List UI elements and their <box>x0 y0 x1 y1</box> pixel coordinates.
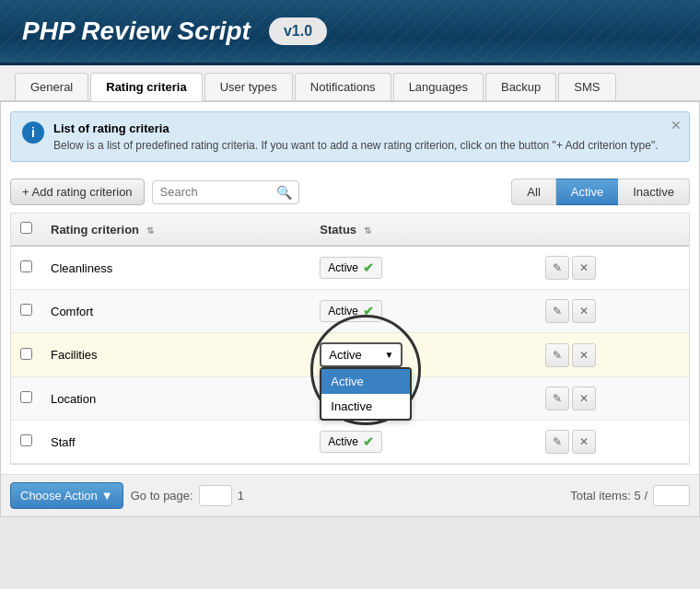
row-checkbox[interactable] <box>20 260 32 272</box>
actions-cell: ✎ ✕ <box>536 377 689 421</box>
footer-right: Total items: 5 / 10 <box>570 485 690 506</box>
search-icon: 🔍 <box>276 185 292 200</box>
row-checkbox-cell <box>11 333 41 377</box>
status-dropdown[interactable]: Active ▼ <box>320 342 402 367</box>
criterion-name: Cleanliness <box>41 246 310 290</box>
delete-button[interactable]: ✕ <box>572 299 596 323</box>
tabs-container: General Rating criteria User types Notif… <box>0 65 700 101</box>
row-checkbox-cell <box>11 290 41 333</box>
column-rating-criterion[interactable]: Rating criterion ⇅ <box>41 214 310 246</box>
status-badge: Active ✔ <box>320 300 382 322</box>
row-checkbox[interactable] <box>20 391 32 403</box>
tab-languages[interactable]: Languages <box>393 73 484 100</box>
footer: Choose Action ▼ Go to page: 1 1 Total it… <box>1 474 699 516</box>
toolbar: + Add rating criterion 🔍 All Active Inac… <box>1 171 699 213</box>
search-input[interactable] <box>160 185 271 199</box>
actions-cell: ✎ ✕ <box>536 290 689 333</box>
info-title: List of rating criteria <box>53 121 659 135</box>
table-header-row: Rating criterion ⇅ Status ⇅ <box>11 214 689 246</box>
table-row: Cleanliness Active ✔ ✎ ✕ <box>11 246 689 290</box>
filter-buttons: All Active Inactive <box>511 179 690 205</box>
actions-cell: ✎ ✕ <box>536 333 689 377</box>
row-checkbox-cell <box>11 246 41 290</box>
info-description: Below is a list of predefined rating cri… <box>53 139 659 152</box>
status-cell-dropdown: Active ▼ Active Inactive <box>310 333 535 377</box>
check-icon: ✔ <box>363 260 374 275</box>
criterion-name: Comfort <box>41 290 310 333</box>
check-icon: ✔ <box>363 434 374 449</box>
status-badge: Active ✔ <box>320 431 382 453</box>
sort-icon-status: ⇅ <box>364 225 371 236</box>
status-cell: Active ✔ <box>310 246 535 290</box>
version-badge: v1.0 <box>269 17 327 45</box>
delete-button[interactable]: ✕ <box>572 256 596 280</box>
status-cell: Active ✔ <box>310 421 535 464</box>
check-icon: ✔ <box>363 304 374 318</box>
add-criterion-button[interactable]: + Add rating criterion <box>10 179 145 205</box>
filter-inactive-button[interactable]: Inactive <box>618 179 690 205</box>
page-input[interactable]: 1 <box>199 485 232 506</box>
edit-button[interactable]: ✎ <box>545 387 569 410</box>
table-row: Comfort Active ✔ ✎ ✕ <box>11 290 689 333</box>
status-badge: Active ✔ <box>320 257 382 279</box>
tab-notifications[interactable]: Notifications <box>295 73 391 100</box>
delete-button[interactable]: ✕ <box>572 387 596 410</box>
row-checkbox[interactable] <box>20 304 32 316</box>
info-close-button[interactable]: ✕ <box>671 118 682 133</box>
dropdown-popup: Active Inactive <box>320 367 412 421</box>
info-bar: i List of rating criteria Below is a lis… <box>10 111 690 162</box>
sort-icon: ⇅ <box>146 225 154 236</box>
status-cell: Active ✔ <box>310 290 535 333</box>
table-row: Staff Active ✔ ✎ ✕ <box>11 421 689 464</box>
column-actions <box>536 214 689 246</box>
tab-backup[interactable]: Backup <box>485 73 556 100</box>
edit-button[interactable]: ✎ <box>545 343 569 367</box>
tab-user-types[interactable]: User types <box>204 73 293 100</box>
filter-active-button[interactable]: Active <box>556 179 618 205</box>
info-icon: i <box>22 121 44 144</box>
filter-all-button[interactable]: All <box>511 179 555 205</box>
criterion-name: Staff <box>41 421 310 464</box>
table-row: Facilities Active ▼ Active Inactive <box>11 333 689 377</box>
row-checkbox[interactable] <box>20 434 32 446</box>
criterion-name: Location <box>41 377 310 421</box>
tab-general[interactable]: General <box>15 73 88 100</box>
row-checkbox[interactable] <box>20 348 32 360</box>
dropdown-option-active[interactable]: Active <box>321 369 410 394</box>
tab-sms[interactable]: SMS <box>558 73 615 100</box>
edit-button[interactable]: ✎ <box>545 256 569 280</box>
criteria-table: Rating criterion ⇅ Status ⇅ Cleanl <box>11 214 689 464</box>
edit-button[interactable]: ✎ <box>545 430 569 454</box>
actions-cell: ✎ ✕ <box>536 421 689 464</box>
column-status[interactable]: Status ⇅ <box>310 214 535 246</box>
select-all-checkbox[interactable] <box>20 222 32 234</box>
delete-button[interactable]: ✕ <box>572 430 596 454</box>
tab-rating-criteria[interactable]: Rating criteria <box>90 73 202 101</box>
app-title: PHP Review Script <box>22 17 251 46</box>
chevron-down-icon: ▼ <box>101 489 113 502</box>
go-to-page: Go to page: 1 1 <box>131 485 244 506</box>
header-checkbox-cell <box>11 214 41 246</box>
status-dropdown-container: Active ▼ Active Inactive <box>320 342 402 367</box>
header: PHP Review Script v1.0 <box>0 0 700 65</box>
main-content: i List of rating criteria Below is a lis… <box>0 101 700 517</box>
actions-cell: ✎ ✕ <box>536 246 689 290</box>
dropdown-option-inactive[interactable]: Inactive <box>321 394 410 419</box>
search-box[interactable]: 🔍 <box>152 180 299 204</box>
per-page-input[interactable]: 10 <box>653 485 690 506</box>
edit-button[interactable]: ✎ <box>545 299 569 323</box>
delete-button[interactable]: ✕ <box>572 343 596 367</box>
row-checkbox-cell <box>11 421 41 464</box>
chevron-down-icon: ▼ <box>384 350 393 360</box>
choose-action-button[interactable]: Choose Action ▼ <box>10 482 123 509</box>
row-checkbox-cell <box>11 377 41 421</box>
criterion-name: Facilities <box>41 333 310 377</box>
table-container: Rating criterion ⇅ Status ⇅ Cleanl <box>10 213 690 465</box>
